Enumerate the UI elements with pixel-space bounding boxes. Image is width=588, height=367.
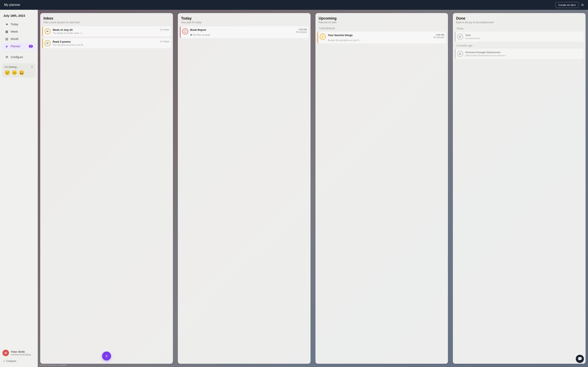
today-task-1[interactable]: 📋 Book Report 7:00 PM 30 minutes	[180, 26, 309, 38]
task-title-1: Week of July 24	[53, 28, 72, 31]
done-card: Done Bask in the joy of accomplishment! …	[453, 13, 586, 364]
upcoming-task-1[interactable]: ⭐ Your favorite things 4:00 PM 45 minute…	[318, 32, 446, 43]
nav-label-configure: Configure	[11, 55, 23, 59]
done-task-title-1: Test	[465, 34, 582, 37]
chat-icon: 💬	[578, 357, 582, 361]
task-desc-1: Two things to do this week: 1. ...	[53, 32, 169, 34]
inbox-task-1[interactable]: ✏ Week of July 24 in 3 days Two things t…	[42, 26, 171, 36]
gear-icon: ⚙	[5, 55, 9, 59]
star-icon: ★	[5, 22, 9, 26]
today-task-icon-1: 📋	[182, 28, 188, 34]
user-name: Peter Wolfe	[11, 350, 33, 353]
today-header: Today Your plan for today	[178, 13, 311, 26]
today-progress-1: 0/2	[193, 34, 196, 36]
emoji-happy[interactable]: 😀	[19, 70, 24, 75]
task-body-2: Read 3 poems in 3 days You can pick any …	[53, 40, 169, 46]
today-task-title-1: Book Report	[190, 28, 206, 31]
upcoming-section-tomorrow: Tomorrow	[318, 26, 446, 32]
done-task-2[interactable]: ✓ Connect Google Classroom Add Google Cl…	[455, 49, 584, 59]
nav-label-week: Week	[11, 30, 18, 33]
today-task-subtitle-1: 0/2 Pick my book	[190, 34, 307, 36]
done-task-icon-1: ✓	[457, 34, 463, 40]
upcoming-task-title-1: Your favorite things	[328, 34, 353, 37]
upcoming-time-1: 4:00 PM	[433, 34, 444, 36]
today-time-1: 7:00 PM	[296, 28, 307, 31]
sidebar-item-configure[interactable]: ⚙ Configure	[2, 54, 36, 60]
done-task-1[interactable]: ✓ Test No instructions	[455, 32, 584, 42]
sidebar-item-month[interactable]: ▤ Month	[2, 35, 36, 42]
calendar-icon: ▤	[5, 37, 9, 41]
done-section-months-ago: 5 months ago	[455, 43, 584, 49]
sidebar: July 18th, 2023 ★ Today ▦ Week ▤ Month ◈…	[0, 10, 38, 367]
task-icon-2: ✏	[44, 40, 51, 46]
inbox-column: Inbox Plan a work session for each item …	[38, 10, 175, 367]
refresh-icon[interactable]: ↻	[581, 3, 584, 7]
upcoming-column: Upcoming Planned for later Tomorrow ⭐ Yo…	[313, 10, 450, 367]
add-item-fab[interactable]: +	[102, 351, 111, 360]
sidebar-item-week[interactable]: ▦ Week	[2, 28, 36, 35]
done-task-title-2: Connect Google Classroom	[465, 51, 582, 54]
today-meta-row-1: Book Report 7:00 PM 30 minutes	[190, 28, 307, 33]
done-header: Done Bask in the joy of accomplishment!	[453, 13, 586, 26]
feeling-label: I'm feeling...	[4, 66, 19, 68]
done-column: Done Bask in the joy of accomplishment! …	[450, 10, 588, 367]
sidebar-item-planner[interactable]: ◈ Planner 2	[2, 43, 36, 50]
done-task-desc-2: Add Google Classroom to your connect...	[465, 54, 582, 57]
inbox-subtitle: Plan a work session for each item	[43, 21, 170, 24]
inbox-header: Inbox Plan a work session for each item	[40, 13, 173, 26]
nav-label-month: Month	[11, 37, 18, 41]
done-title: Done	[456, 16, 582, 21]
emoji-neutral[interactable]: 😐	[12, 70, 17, 75]
inbox-content: ✏ Week of July 24 in 3 days Two things t…	[40, 26, 173, 364]
upcoming-header: Upcoming Planned for later	[315, 13, 448, 26]
inbox-title: Inbox	[43, 16, 170, 21]
grid-icon: ▦	[5, 30, 9, 33]
user-info[interactable]: W Peter Wolfe webinarstudent@ge...	[0, 348, 38, 358]
chat-button[interactable]: 💬	[576, 355, 584, 363]
topbar: My planner Create an item ↻	[0, 0, 588, 10]
emoji-sad[interactable]: 😟	[4, 70, 10, 75]
task-title-row-2: Read 3 poems in 3 days	[53, 40, 169, 43]
feeling-box: I'm feeling... ✕ 😟 😐 😀	[2, 63, 36, 77]
upcoming-task-body-1: Your favorite things 4:00 PM 45 minutes …	[328, 34, 444, 42]
sidebar-item-today[interactable]: ★ Today	[2, 21, 36, 28]
collapse-label: Collapse	[6, 359, 16, 363]
done-subtitle: Bask in the joy of accomplishment!	[456, 21, 582, 24]
planner-icon: ◈	[5, 44, 9, 48]
nav-label-planner: Planner	[11, 45, 20, 48]
main-layout: July 18th, 2023 ★ Today ▦ Week ▤ Month ◈…	[0, 10, 588, 367]
feeling-header: I'm feeling... ✕	[4, 65, 33, 68]
user-email: webinarstudent@ge...	[11, 353, 33, 356]
upcoming-title: Upcoming	[319, 16, 445, 21]
upcoming-task-icon-1: ⭐	[320, 34, 326, 40]
sidebar-date: July 18th, 2023	[0, 12, 38, 21]
today-duration-1: 30 minutes	[296, 31, 307, 33]
done-content: Today ✓ Test No instructions 5 months ag…	[453, 26, 586, 364]
progress-dot	[190, 34, 192, 36]
today-task-body-1: Book Report 7:00 PM 30 minutes 0/2 Pick …	[190, 28, 307, 36]
upcoming-subtitle: Planned for later	[319, 21, 445, 24]
done-task-icon-2: ✓	[457, 51, 463, 57]
create-item-button[interactable]: Create an item	[555, 2, 579, 8]
today-subtitle-header: Your plan for today	[181, 21, 307, 24]
sidebar-bottom: W Peter Wolfe webinarstudent@ge... « Col…	[0, 348, 38, 365]
today-sub-text-1: Pick my book	[197, 34, 210, 36]
content-area: Inbox Plan a work session for each item …	[38, 10, 588, 367]
nav-label-today: Today	[11, 23, 18, 26]
done-task-desc-1: No instructions	[465, 37, 582, 40]
inbox-task-2[interactable]: ✏ Read 3 poems in 3 days You can pick an…	[42, 38, 171, 48]
today-title: Today	[181, 16, 307, 21]
task-meta-2: in 3 days	[160, 40, 169, 43]
upcoming-task-desc-1: Answer the questions on your 5...	[328, 39, 444, 42]
app-title: My planner	[4, 3, 20, 7]
done-section-today: Today	[455, 26, 584, 32]
task-title-row-1: Week of July 24 in 3 days	[53, 28, 169, 31]
upcoming-duration-1: 45 minutes	[433, 36, 444, 39]
done-task-body-1: Test No instructions	[465, 34, 582, 40]
feeling-close-icon[interactable]: ✕	[31, 65, 33, 68]
photo-credit: Photo by Sora Khan on Unsplash	[39, 364, 67, 366]
task-title-2: Read 3 poems	[53, 40, 71, 43]
collapse-button[interactable]: « Collapse	[0, 358, 38, 365]
topbar-actions: Create an item ↻	[555, 2, 584, 8]
planner-badge: 2	[29, 45, 33, 48]
